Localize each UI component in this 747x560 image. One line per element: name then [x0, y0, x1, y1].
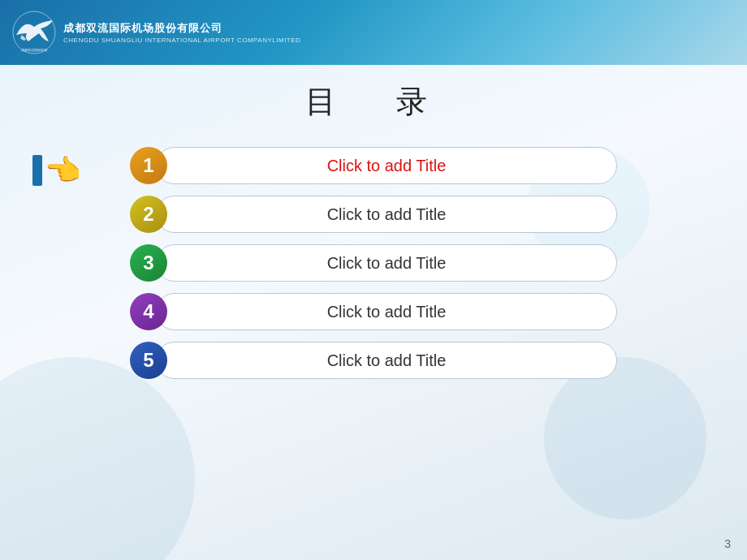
hand-icon: 👉 [45, 156, 82, 185]
header-bar: 成都双流国际机场 成都双流国际机场股份有限公司 CHENGDU SHUANGLI… [0, 0, 747, 65]
badge-1: 1 [130, 147, 167, 184]
title-pill-1[interactable]: Click to add Title [156, 147, 617, 184]
title-pill-5[interactable]: Click to add Title [156, 342, 617, 379]
svg-text:成都双流国际机场: 成都双流国际机场 [21, 48, 47, 52]
blue-rect [32, 155, 42, 186]
title-text-1: Click to add Title [327, 157, 447, 175]
menu-item-1[interactable]: 1 Click to add Title [130, 147, 617, 184]
title-text-4: Click to add Title [327, 303, 447, 321]
menu-item-5[interactable]: 5 Click to add Title [130, 342, 617, 379]
menu-item-2[interactable]: 2 Click to add Title [130, 196, 617, 233]
title-pill-2[interactable]: Click to add Title [156, 196, 617, 233]
title-pill-4[interactable]: Click to add Title [156, 293, 617, 330]
badge-2: 2 [130, 196, 167, 233]
hand-pointer: 👉 [32, 150, 89, 191]
badge-4: 4 [130, 293, 167, 330]
title-text-2: Click to add Title [327, 205, 447, 224]
badge-5: 5 [130, 342, 167, 379]
logo-text: 成都双流国际机场股份有限公司 CHENGDU SHUANGLIU INTERNA… [63, 21, 300, 44]
page-title: 目 录 [305, 81, 442, 123]
menu-item-3[interactable]: 3 Click to add Title [130, 244, 617, 282]
watermark-2 [544, 357, 706, 519]
logo-area: 成都双流国际机场 成都双流国际机场股份有限公司 CHENGDU SHUANGLI… [12, 11, 300, 55]
title-text-3: Click to add Title [327, 254, 447, 273]
menu-list: 👉 1 Click to add Title 2 Click to add Ti… [130, 147, 617, 379]
watermark-1 [0, 357, 195, 560]
title-text-5: Click to add Title [327, 351, 447, 370]
page-number: 3 [724, 537, 731, 550]
badge-3: 3 [130, 244, 167, 282]
main-content: 目 录 👉 1 Click to add Title 2 Click to ad… [0, 65, 747, 560]
title-pill-3[interactable]: Click to add Title [156, 244, 617, 282]
airport-logo: 成都双流国际机场 [12, 11, 57, 55]
menu-item-4[interactable]: 4 Click to add Title [130, 293, 617, 330]
